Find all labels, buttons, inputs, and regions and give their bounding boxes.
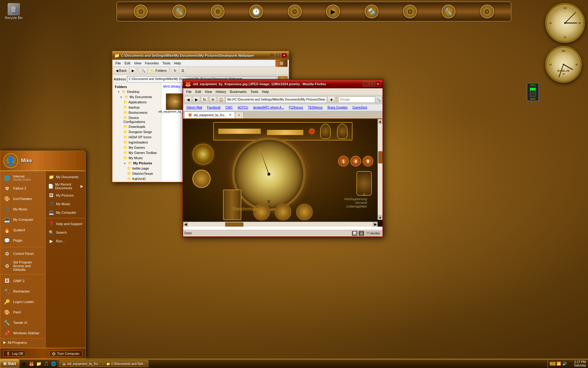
toolbar-icon-8[interactable]: ⚙	[403, 5, 417, 18]
hscroll-thumb[interactable]	[225, 222, 243, 227]
menu-right-my-computer-r[interactable]: 💻 My Computer	[46, 208, 85, 217]
ff-menu-history[interactable]: History	[214, 89, 228, 94]
quick-icon-4[interactable]: 🎵	[43, 360, 49, 367]
firefox-close-button[interactable]: ✕	[375, 82, 381, 86]
status-icon-1[interactable]: 📊	[352, 231, 357, 236]
menu-item-gimp2[interactable]: 🖼 GIMP 2	[0, 276, 45, 286]
firefox-hscrollbar[interactable]: ◀ ▶	[183, 222, 378, 227]
ff-menu-view[interactable]: View	[203, 89, 214, 94]
scroll-left-button[interactable]: ◀	[183, 222, 188, 227]
menu-item-my-music[interactable]: 🎵 My Music	[0, 204, 45, 214]
firefox-search-input[interactable]	[338, 97, 375, 103]
toolbar-icon-10[interactable]: ⚙	[480, 5, 494, 18]
folder-device-configurations[interactable]: 📁 Device Configurations	[114, 115, 160, 124]
explorer-menu-help[interactable]: Help	[172, 61, 183, 66]
folder-applications[interactable]: 📁 Applications	[114, 100, 160, 105]
menu-item-control-panel[interactable]: ⚙ Control Panel	[0, 248, 45, 259]
toolbar-icon-6[interactable]: ▶	[326, 5, 340, 18]
quick-explorer[interactable]: 📁	[35, 360, 42, 367]
menu-right-my-pictures[interactable]: 🖼 My Pictures	[46, 191, 85, 200]
bookmark-fo3nexus[interactable]: FO3nexus	[287, 105, 305, 109]
firefox-new-tab[interactable]: +	[235, 112, 243, 118]
desktop-icon-recycle-bin[interactable]: 🗑 Recycle Bin	[3, 3, 24, 20]
bookmark-facebook[interactable]: Facebook	[205, 105, 222, 109]
folder-desktop[interactable]: ▼📁 Desktop	[114, 89, 160, 94]
toolbar-icon-9[interactable]: 🔧	[442, 5, 455, 18]
menu-right-run[interactable]: ▶ Run...	[46, 237, 85, 245]
bookmark-yahoo-mail[interactable]: Yahoo! Mail	[184, 105, 204, 109]
quick-icon-5[interactable]: 🌐	[50, 360, 57, 367]
explorer-maximize-button[interactable]: □	[275, 53, 281, 58]
explorer-menu-view[interactable]: View	[132, 61, 143, 66]
ff-stop-button[interactable]: ✕	[209, 96, 217, 103]
ff-forward-button[interactable]: ▶	[193, 96, 200, 103]
taskbar-task-firefox[interactable]: 🦊 old_equipment_by_Ko...	[59, 360, 103, 367]
folder-my-pictures[interactable]: ▼📁 My Pictures	[114, 161, 160, 166]
folder-my-documents[interactable]: ▼📁 My Documents	[114, 94, 160, 100]
folder-my-music[interactable]: 📁 My Music	[114, 155, 160, 161]
folder-downloads[interactable]: 📁 Downloads	[114, 124, 160, 129]
bookmark-deviantart[interactable]: deviantART: where A...	[251, 105, 286, 109]
log-off-button[interactable]: 🚪 Log Off	[3, 350, 26, 357]
folder-ditavontesse[interactable]: 📁 DitaVonTesse	[114, 171, 160, 176]
menu-item-my-computer[interactable]: 💻 My Computer	[0, 214, 45, 225]
quick-firefox[interactable]: 🦊	[28, 360, 35, 367]
menu-item-quake4[interactable]: 🔥 Quake4	[0, 225, 45, 235]
back-button[interactable]: ◀ Back	[114, 67, 129, 74]
bookmark-acfcu[interactable]: ACFCU	[236, 105, 250, 109]
menu-item-internet[interactable]: 🌐 Internet Mozilla Firefox	[0, 173, 45, 183]
menu-right-my-music[interactable]: 🎵 My Music	[46, 200, 85, 208]
menu-item-fallout3[interactable]: ☢ Fallout 3	[0, 183, 45, 194]
views-button[interactable]: ☰	[179, 67, 187, 74]
menu-right-my-documents[interactable]: 📁 My Documents	[46, 173, 85, 181]
ff-reload-button[interactable]: ↻	[201, 96, 208, 103]
explorer-menu-edit[interactable]: Edit	[123, 61, 132, 66]
scroll-right-button[interactable]: ▶	[373, 222, 378, 227]
menu-item-reshacker[interactable]: 🔨 ResHacker	[0, 286, 45, 297]
folder-hidef-xp-icons[interactable]: 📁 HiDef XP Icons	[114, 135, 160, 140]
tab-close-1[interactable]: ✕	[229, 113, 232, 117]
ff-home-button[interactable]: 🏠	[217, 96, 225, 103]
folder-backup[interactable]: 📁 backup	[114, 105, 160, 110]
bookmark-brass-goggles[interactable]: Brass Goggles	[326, 105, 349, 109]
turn-off-button[interactable]: ⏻ Turn Computer	[49, 351, 82, 357]
folder-bootscreens[interactable]: 📁 Bootscreens	[114, 110, 160, 115]
firefox-maximize-button[interactable]: □	[369, 82, 375, 86]
explorer-minimize-button[interactable]: _	[269, 53, 275, 58]
toolbar-icon-1[interactable]: ⚙	[134, 5, 148, 18]
scroll-down-button[interactable]: ▼	[378, 215, 383, 220]
toolbar-icon-7[interactable]: 🔩	[365, 5, 379, 18]
ff-menu-tools[interactable]: Tools	[249, 89, 260, 94]
scroll-thumb[interactable]	[378, 151, 383, 163]
bookmark-tesnexus[interactable]: TESNexus	[306, 105, 324, 109]
firefox-scrollbar[interactable]: ▲ ▼	[378, 119, 383, 220]
folder-katvond[interactable]: 📁 KatVonD	[114, 176, 160, 182]
scroll-up-button[interactable]: ▲	[378, 119, 383, 124]
all-programs-button[interactable]: ▶ All Programs	[0, 338, 45, 346]
menu-item-set-program[interactable]: ⚙ Set Program Access and Defaults	[0, 259, 45, 273]
menu-item-tweak-ui[interactable]: 🔧 Tweak UI	[0, 317, 45, 328]
firefox-minimize-button[interactable]: _	[363, 82, 368, 86]
tray-notification[interactable]: 🎵	[550, 362, 556, 366]
menu-item-pidgin[interactable]: 💬 Pidgin	[0, 235, 45, 246]
firefox-address-input[interactable]	[226, 97, 327, 103]
menu-right-search[interactable]: 🔍 Search	[46, 228, 85, 237]
folder-my-games[interactable]: 📁 My Games	[114, 145, 160, 150]
folder-bettle-page[interactable]: 📁 bettle page	[114, 166, 160, 171]
menu-item-logon-loader[interactable]: 🔑 Logon Loader	[0, 297, 45, 307]
ff-menu-bookmarks[interactable]: Bookmarks	[228, 89, 249, 94]
search-toolbar-button[interactable]: 🔍	[139, 67, 148, 74]
folders-toolbar-button[interactable]: 📁 Folders	[148, 67, 169, 74]
firefox-tab-1[interactable]: 🦊 old_equipment_by_Ko... ✕	[184, 112, 235, 118]
start-button[interactable]: ⊞ Start	[0, 359, 19, 368]
menu-item-windows-sidebar[interactable]: 📌 Windows Sidebar	[0, 328, 45, 338]
folder-my-games-toolbar[interactable]: 📁 My Games Toolbar	[114, 150, 160, 155]
toolbar-icon-3[interactable]: ⚙	[211, 5, 224, 18]
taskbar-task-explorer[interactable]: 📁 C:\Documents and Sett...	[104, 360, 148, 367]
explorer-menu-file[interactable]: File	[114, 61, 123, 66]
ff-back-button[interactable]: ◀	[184, 96, 192, 103]
bookmark-gamespot[interactable]: GameSpot	[351, 105, 369, 109]
menu-right-my-recent-documents[interactable]: 📄 My Recent Documents ▶	[46, 181, 85, 191]
explorer-menu-favorites[interactable]: Favorites	[143, 61, 160, 66]
ff-menu-edit[interactable]: Edit	[194, 89, 203, 94]
